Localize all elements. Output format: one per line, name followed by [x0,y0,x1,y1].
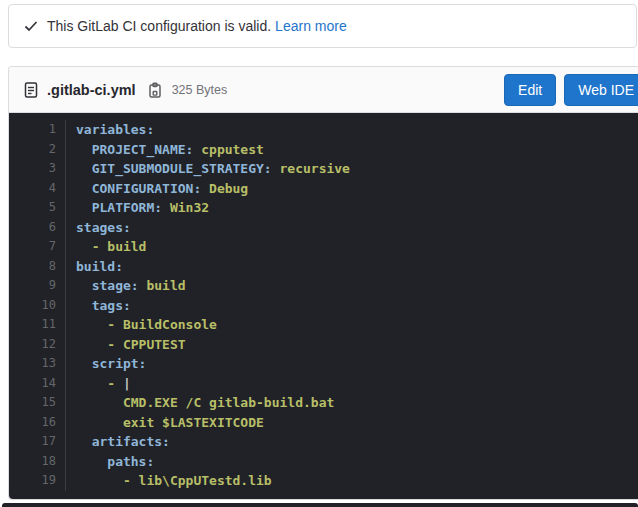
line-number[interactable]: 11 [9,315,56,335]
line-number[interactable]: 9 [9,276,56,296]
line-number[interactable]: 13 [9,354,56,374]
file-size: 325 Bytes [172,83,228,97]
code-viewer: 12345678910111213141516171819 variables:… [9,113,638,499]
code-lines: variables: PROJECT_NAME: cpputest GIT_SU… [66,120,638,491]
code-line: stage: build [76,276,638,296]
check-icon [23,18,39,34]
code-line: - CPPUTEST [76,335,638,355]
code-line: - build [76,237,638,257]
gutter: 12345678910111213141516171819 [9,120,66,491]
line-number[interactable]: 19 [9,471,56,491]
line-number[interactable]: 2 [9,140,56,160]
line-number[interactable]: 5 [9,198,56,218]
code-line: GIT_SUBMODULE_STRATEGY: recursive [76,159,638,179]
line-number[interactable]: 18 [9,452,56,472]
file-header: .gitlab-ci.yml 325 Bytes Edit Web IDE [9,67,638,113]
line-number[interactable]: 4 [9,179,56,199]
code-line: - | [76,374,638,394]
code-line: artifacts: [76,432,638,452]
line-number[interactable]: 10 [9,296,56,316]
line-number[interactable]: 17 [9,432,56,452]
file-card: .gitlab-ci.yml 325 Bytes Edit Web IDE 12… [8,66,638,500]
line-number[interactable]: 1 [9,120,56,140]
file-name: .gitlab-ci.yml [47,82,136,98]
code-line: exit $LASTEXITCODE [76,413,638,433]
code-line: variables: [76,120,638,140]
file-document-icon [23,82,39,98]
code-line: paths: [76,452,638,472]
bottom-strip [2,503,638,507]
validation-banner: This GitLab CI configuration is valid. L… [8,4,637,48]
web-ide-button[interactable]: Web IDE [564,74,638,106]
code-line: CONFIGURATION: Debug [76,179,638,199]
edit-button[interactable]: Edit [504,74,556,106]
learn-more-link[interactable]: Learn more [275,18,347,34]
line-number[interactable]: 14 [9,374,56,394]
line-number[interactable]: 16 [9,413,56,433]
code-line: PROJECT_NAME: cpputest [76,140,638,160]
validation-message: This GitLab CI configuration is valid. [47,18,271,34]
code-line: script: [76,354,638,374]
code-line: build: [76,257,638,277]
copy-to-clipboard-icon[interactable] [146,81,164,99]
line-number[interactable]: 15 [9,393,56,413]
line-number[interactable]: 6 [9,218,56,238]
line-number[interactable]: 7 [9,237,56,257]
code-line: - BuildConsole [76,315,638,335]
line-number[interactable]: 12 [9,335,56,355]
code-line: CMD.EXE /C gitlab-build.bat [76,393,638,413]
line-number[interactable]: 3 [9,159,56,179]
code-line: - lib\CppUTestd.lib [76,471,638,491]
code-line: tags: [76,296,638,316]
line-number[interactable]: 8 [9,257,56,277]
code-line: PLATFORM: Win32 [76,198,638,218]
code-line: stages: [76,218,638,238]
